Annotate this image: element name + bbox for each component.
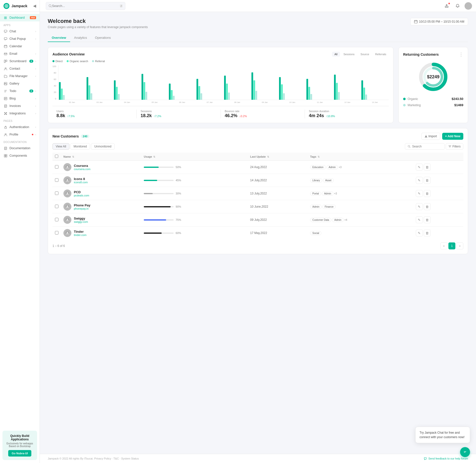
bar-organic [253, 80, 255, 100]
delete-button[interactable]: 🗑 [424, 190, 431, 197]
action-buttons: ✎ 🗑 [416, 177, 461, 184]
chat-fab-icon [463, 450, 467, 454]
row-checkbox[interactable] [55, 165, 58, 169]
edit-button[interactable]: ✎ [416, 177, 423, 184]
filter-monitored[interactable]: Monitored [70, 143, 90, 150]
edit-button[interactable]: ✎ [416, 216, 423, 223]
integrations-icon [3, 111, 7, 115]
select-all-checkbox[interactable] [55, 155, 58, 158]
delete-button[interactable]: 🗑 [424, 164, 431, 171]
company-name: PCD [74, 190, 89, 194]
delete-button[interactable]: 🗑 [424, 203, 431, 210]
notification-button[interactable] [454, 2, 462, 10]
table-search-input[interactable] [412, 145, 442, 148]
sidebar-item-file-manager[interactable]: File Manager › [0, 72, 40, 80]
file-manager-icon [3, 74, 7, 78]
footer-privacy[interactable]: Privacy Policy [94, 457, 111, 460]
sidebar-item-components[interactable]: Components [0, 152, 40, 159]
sidebar-item-documentation[interactable]: Documentation [0, 144, 40, 152]
stats-row: Users 8.8k ↑7.5% Sessions 18.2k ↑7.2% Bo… [52, 106, 389, 118]
edit-button[interactable]: ✎ [416, 164, 423, 171]
returning-menu-button[interactable]: ⋮ [459, 52, 463, 57]
import-button[interactable]: Import [421, 133, 440, 140]
delete-button[interactable]: 🗑 [424, 230, 431, 236]
progress-bar-fill [144, 206, 171, 207]
returning-title: Returning Customers [403, 52, 439, 56]
edit-button[interactable]: ✎ [416, 230, 423, 236]
row-checkbox[interactable] [55, 218, 58, 221]
search-input[interactable] [52, 4, 120, 8]
delete-button[interactable]: 🗑 [424, 216, 431, 223]
prev-page-button[interactable]: ‹ [440, 242, 447, 249]
sidebar-item-chat-popup[interactable]: Chat Popup › [0, 35, 40, 43]
bar-group [224, 76, 251, 100]
organic-dot [67, 60, 69, 62]
filter-sessions[interactable]: Sessions [341, 52, 357, 57]
bar-referral [118, 94, 120, 100]
page-1-button[interactable]: 1 [448, 242, 455, 249]
upload-button[interactable] [443, 2, 451, 10]
sidebar-item-todo[interactable]: Todo 2 › [0, 87, 40, 95]
marketing-label: Marketing [408, 103, 452, 107]
filter-referrals[interactable]: Referrals [373, 52, 389, 57]
sidebar-item-email[interactable]: Email › [0, 50, 40, 57]
sidebar-item-blog[interactable]: Blog › [0, 95, 40, 102]
nav-calendar-label: Calendar [9, 45, 36, 48]
footer-system-status[interactable]: System Status [121, 457, 139, 460]
sidebar-item-contact[interactable]: Contact › [0, 65, 40, 72]
progress-bar-fill [144, 180, 157, 181]
sidebar-item-chat[interactable]: Chat › [0, 28, 40, 35]
legend-organic-label: Organic search [70, 60, 88, 63]
new-customers-card: New Customers 240 Import + Add New View … [48, 128, 468, 254]
filters-button[interactable]: Filters [446, 143, 463, 150]
sidebar-collapse-button[interactable]: ◀ [33, 3, 36, 8]
topbar-search-box[interactable]: / [46, 2, 125, 10]
promo-button[interactable]: Go Nubra-UI [8, 450, 31, 457]
last-update-cell: 09 July,2022 [248, 213, 308, 227]
ret-stat-marketing: Marketing $1469 [403, 103, 463, 107]
x-axis: 02 Jan03 Jan04 Jan05 Jan06 Jan07 Jan08 J… [58, 101, 389, 103]
sidebar-item-integrations[interactable]: Integrations › [0, 110, 40, 117]
filter-unmonitored[interactable]: Unmonitored [91, 143, 115, 150]
row-checkbox[interactable] [55, 205, 58, 208]
table-search-box[interactable] [405, 143, 445, 150]
tab-analytics[interactable]: Analytics [70, 34, 91, 42]
sidebar-item-scrumboard[interactable]: Scrumboard 3 › [0, 57, 40, 65]
row-checkbox[interactable] [55, 191, 58, 195]
delete-button[interactable]: 🗑 [424, 177, 431, 184]
svg-point-18 [5, 134, 6, 135]
customers-header: New Customers 240 Import + Add New [52, 133, 463, 140]
tab-operations[interactable]: Operations [91, 34, 115, 42]
progress-wrap: 75% [144, 218, 245, 221]
company-url: icons8.com [74, 181, 88, 184]
progress-bar-bg [144, 193, 174, 194]
sidebar-item-calendar[interactable]: Calendar [0, 43, 40, 50]
footer-feedback[interactable]: Send feedback to our help forum [424, 457, 468, 460]
sidebar-item-profile[interactable]: Profile › [0, 131, 40, 138]
avatar[interactable] [465, 2, 472, 10]
add-new-button[interactable]: + Add New [442, 133, 463, 140]
sidebar-item-dashboard[interactable]: ⊞ Dashboard Hot [0, 14, 40, 21]
extra-tags: +3 [339, 166, 341, 169]
row-checkbox[interactable] [55, 231, 58, 234]
sidebar-item-gallery[interactable]: Gallery [0, 80, 40, 87]
company-cell: Coursera coursera.com [63, 163, 139, 171]
next-page-button[interactable]: › [456, 242, 463, 249]
sidebar-item-invoices[interactable]: Invoices › [0, 102, 40, 110]
invoices-icon [3, 104, 7, 108]
tab-overview[interactable]: Overview [48, 34, 70, 42]
edit-button[interactable]: ✎ [416, 203, 423, 210]
edit-button[interactable]: ✎ [416, 190, 423, 197]
footer: Jampack © 2022 All rights By ITsucai. Pr… [40, 454, 476, 463]
footer-tandc[interactable]: T&C [113, 457, 119, 460]
filter-all[interactable]: All [332, 52, 340, 57]
filter-source[interactable]: Source [358, 52, 372, 57]
tags-cell: EducationAdmin+3 [308, 161, 413, 174]
row-checkbox[interactable] [55, 178, 58, 182]
sidebar-item-authentication[interactable]: Authentication › [0, 123, 40, 131]
date-range-button[interactable]: 10/13 05:00 PM – 10/15 01:00 AM [410, 18, 468, 25]
bell-icon [456, 4, 460, 8]
dashboard-grid: Audience Overview All Sessions Source Re… [48, 47, 468, 123]
filter-view-all[interactable]: View All [52, 143, 69, 150]
chat-fab-button[interactable] [460, 447, 470, 457]
